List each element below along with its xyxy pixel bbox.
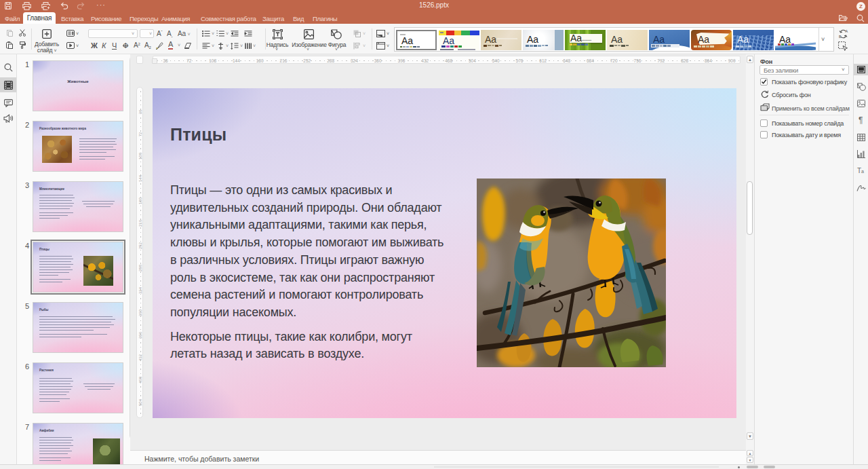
svg-text:B: B — [839, 35, 842, 39]
svg-text:A: A — [846, 29, 848, 33]
